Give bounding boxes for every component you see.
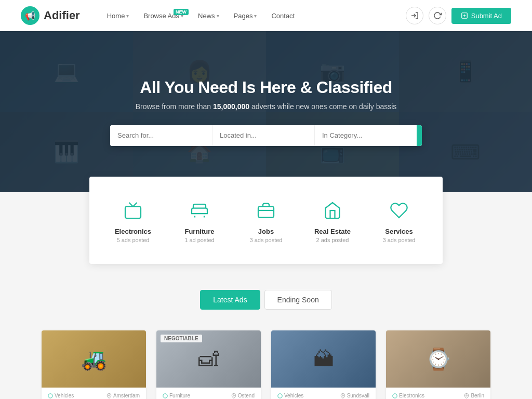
ads-grid: 🚜 Vehicles Amsterdam Scania R-SRS L-CLAS…: [0, 320, 532, 399]
ad-location-1: Amsterdam: [107, 393, 140, 398]
chevron-down-icon: ▾: [254, 13, 257, 19]
nav-right: Submit Ad: [406, 7, 511, 24]
search-keyword-input[interactable]: [110, 125, 212, 146]
search-category-input[interactable]: [315, 125, 417, 146]
ad-image-1: 🚜: [42, 330, 146, 388]
category-real-estate[interactable]: Real Estate 2 ads posted: [299, 192, 366, 248]
ad-location-4: Berlin: [464, 393, 484, 398]
hero-subtitle: Browse from more than 15,000,000 adverts…: [110, 102, 422, 111]
search-bar: Search: [110, 125, 422, 146]
ad-location-3: Sundsvall: [340, 393, 369, 398]
nav-pages[interactable]: Pages ▾: [228, 8, 263, 24]
ad-category-2: Furniture: [163, 393, 190, 398]
nav-browse-ads[interactable]: Browse Ads ▾ NEW: [137, 8, 190, 24]
ad-category-1: Vehicles: [48, 393, 74, 398]
ad-card-3[interactable]: 🏔 Vehicles Sundsvall Polaris 600 Assault…: [271, 330, 376, 399]
svg-point-11: [163, 393, 167, 397]
category-jobs-name: Jobs: [258, 228, 274, 235]
category-realestate-count: 2 ads posted: [316, 237, 349, 243]
tab-ending-soon[interactable]: Ending Soon: [264, 290, 332, 310]
ad-card-2[interactable]: 🛋 NEGOTIABLE Furniture Ostend Indoor Fur…: [156, 330, 261, 399]
svg-point-12: [233, 394, 235, 396]
categories-wrapper: Electronics 5 ads posted Furniture 1 ad …: [0, 192, 532, 264]
svg-point-16: [466, 394, 468, 396]
svg-point-14: [342, 394, 343, 396]
tv-icon: [120, 197, 146, 223]
hero-section: 💻 👩 📷 📱 🎹 🏠 📺 ⌨ All You Need Is Here & C…: [0, 31, 532, 192]
hero-content: All You Need Is Here & Classified Browse…: [110, 78, 422, 146]
ad-meta-4: Electronics Berlin: [392, 393, 484, 398]
category-jobs-count: 3 ads posted: [250, 237, 283, 243]
svg-point-15: [393, 393, 397, 397]
svg-rect-4: [125, 207, 141, 219]
ad-image-3: 🏔: [271, 330, 376, 388]
chevron-down-icon: ▾: [217, 13, 219, 19]
ad-meta-3: Vehicles Sundsvall: [277, 393, 369, 398]
ad-card-1[interactable]: 🚜 Vehicles Amsterdam Scania R-SRS L-CLAS…: [42, 330, 146, 399]
nav-home[interactable]: Home ▾: [101, 8, 136, 24]
svg-point-10: [109, 394, 110, 396]
search-location-input[interactable]: [212, 125, 315, 146]
house-icon: [320, 197, 345, 223]
briefcase-icon: [253, 197, 279, 223]
category-furniture[interactable]: Furniture 1 ad posted: [166, 192, 233, 248]
category-furniture-name: Furniture: [184, 228, 214, 235]
ad-card-4[interactable]: ⌚ Electronics Berlin Fashion Luxury Men …: [386, 330, 490, 399]
category-jobs[interactable]: Jobs 3 ads posted: [233, 192, 299, 248]
refresh-icon-button[interactable]: [429, 7, 446, 24]
brand-name: Adifier: [44, 9, 80, 22]
svg-point-9: [48, 393, 52, 397]
ad-badge-2: NEGOTIABLE: [161, 335, 202, 342]
category-realestate-name: Real Estate: [314, 228, 351, 235]
nav-contact[interactable]: Contact: [265, 8, 301, 24]
category-electronics-count: 5 ads posted: [117, 237, 150, 243]
logo[interactable]: 📢 Adifier: [21, 6, 80, 25]
ad-meta-2: Furniture Ostend: [163, 393, 255, 398]
tab-latest-ads[interactable]: Latest Ads: [200, 290, 260, 310]
svg-rect-7: [258, 207, 274, 218]
category-electronics-name: Electronics: [115, 228, 151, 235]
nav-news[interactable]: News ▾: [192, 8, 225, 24]
handshake-icon: [386, 197, 412, 223]
navbar: 📢 Adifier Home ▾ Browse Ads ▾ NEW News ▾…: [0, 0, 532, 31]
login-icon-button[interactable]: [406, 7, 423, 24]
ad-location-2: Ostend: [231, 393, 255, 398]
logo-icon: 📢: [21, 6, 39, 25]
hero-title: All You Need Is Here & Classified: [110, 78, 422, 97]
category-electronics[interactable]: Electronics 5 ads posted: [100, 192, 166, 248]
category-services[interactable]: Services 3 ads posted: [366, 192, 432, 248]
ad-body-4: Electronics Berlin Fashion Luxury Men Da…: [386, 388, 490, 399]
new-badge: NEW: [174, 9, 189, 15]
submit-ad-button[interactable]: Submit Ad: [451, 8, 511, 24]
category-services-name: Services: [385, 228, 413, 235]
ad-body-2: Furniture Ostend Indoor Furniture PE Wic…: [156, 388, 261, 399]
categories-section: Electronics 5 ads posted Furniture 1 ad …: [89, 177, 443, 264]
search-button[interactable]: Search: [417, 125, 422, 146]
ad-image-2-wrapper: 🛋 NEGOTIABLE: [156, 330, 261, 388]
chevron-down-icon: ▾: [126, 13, 129, 19]
ad-image-4: ⌚: [386, 330, 490, 388]
ad-category-3: Vehicles: [277, 393, 303, 398]
svg-point-13: [278, 393, 282, 397]
ad-category-4: Electronics: [392, 393, 424, 398]
ad-body-3: Vehicles Sundsvall Polaris 600 Assault 1…: [271, 388, 376, 399]
ad-body-1: Vehicles Amsterdam Scania R-SRS L-CLASS …: [42, 388, 146, 399]
category-furniture-count: 1 ad posted: [184, 237, 215, 243]
ad-meta-1: Vehicles Amsterdam: [48, 393, 140, 398]
tabs-section: Latest Ads Ending Soon: [0, 264, 532, 320]
sofa-icon: [187, 197, 212, 223]
nav-links: Home ▾ Browse Ads ▾ NEW News ▾ Pages ▾ C…: [101, 8, 406, 24]
category-services-count: 3 ads posted: [383, 237, 416, 243]
